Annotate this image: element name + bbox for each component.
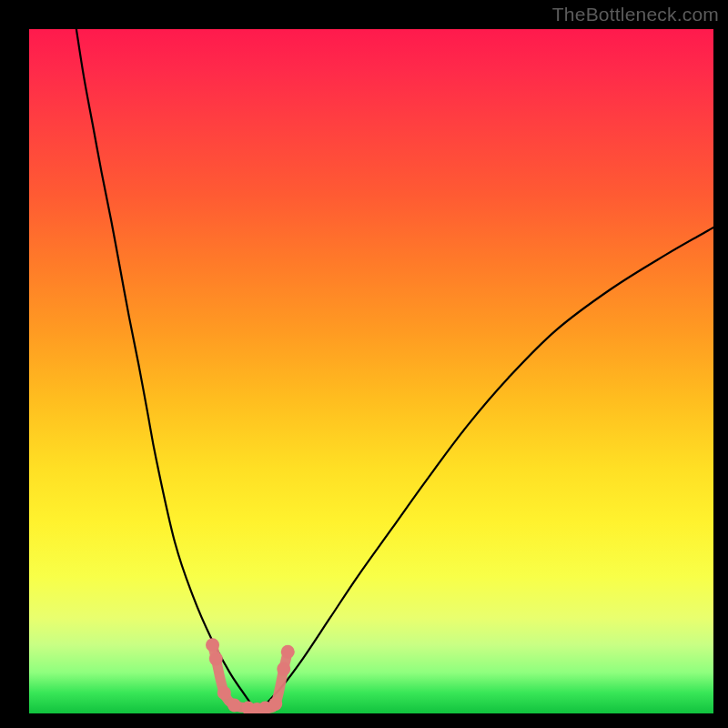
plot-area xyxy=(29,29,713,713)
marker-dot xyxy=(209,652,223,665)
marker-dot xyxy=(228,698,241,712)
curve-layer xyxy=(76,29,713,713)
marker-dot xyxy=(277,662,290,676)
chart-frame: TheBottleneck.com xyxy=(0,0,728,728)
watermark-text: TheBottleneck.com xyxy=(552,4,719,25)
chart-svg xyxy=(29,29,713,713)
marker-dot xyxy=(281,645,295,659)
left-branch-curve xyxy=(76,29,258,713)
marker-dot xyxy=(217,686,231,700)
right-branch-curve xyxy=(257,228,713,713)
marker-dot xyxy=(206,638,219,652)
marker-dot xyxy=(268,697,282,711)
